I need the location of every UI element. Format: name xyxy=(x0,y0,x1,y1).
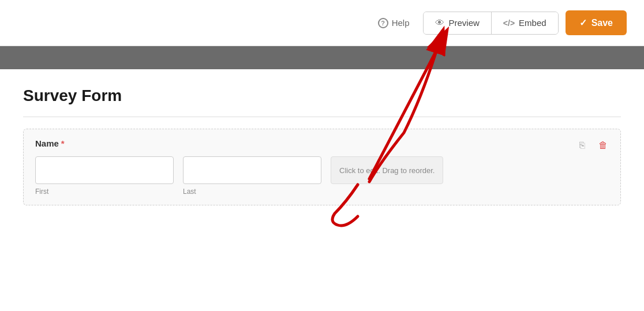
name-field-card: Name * ⎘ 🗑 First Last Click to edit. Dra… xyxy=(23,129,621,205)
field-label: Name * xyxy=(35,138,609,148)
check-icon: ✓ xyxy=(579,17,587,28)
click-to-edit-helper[interactable]: Click to edit. Drag to reorder. xyxy=(331,156,443,184)
embed-button[interactable]: </> Embed xyxy=(492,12,558,34)
copy-icon[interactable]: ⎘ xyxy=(574,137,590,153)
form-divider xyxy=(23,117,621,117)
top-bar: ? Help 👁 Preview </> Embed ✓ Save xyxy=(0,0,644,46)
help-label: Help xyxy=(392,18,410,28)
helper-text: Click to edit. Drag to reorder. xyxy=(339,166,435,175)
gray-bar xyxy=(0,46,644,69)
embed-label: Embed xyxy=(519,18,546,28)
eye-icon: 👁 xyxy=(435,18,444,28)
first-name-input[interactable] xyxy=(35,156,174,184)
form-canvas: Survey Form Name * ⎘ 🗑 First Last xyxy=(0,69,644,311)
main-content: Survey Form Name * ⎘ 🗑 First Last xyxy=(0,69,644,311)
name-fields-row: First Last Click to edit. Drag to reorde… xyxy=(35,156,609,196)
save-label: Save xyxy=(591,18,613,28)
preview-button[interactable]: 👁 Preview xyxy=(424,12,491,34)
last-name-label: Last xyxy=(183,188,321,196)
help-button[interactable]: ? Help xyxy=(371,13,417,33)
field-actions: ⎘ 🗑 xyxy=(574,137,611,153)
field-label-text: Name xyxy=(35,138,59,148)
last-name-input[interactable] xyxy=(183,156,321,184)
code-icon: </> xyxy=(503,18,515,28)
save-button[interactable]: ✓ Save xyxy=(566,10,627,35)
preview-embed-group: 👁 Preview </> Embed xyxy=(423,12,558,35)
form-title: Survey Form xyxy=(23,87,621,105)
help-icon: ? xyxy=(378,18,388,28)
required-star: * xyxy=(61,138,65,148)
last-name-group: Last xyxy=(183,156,321,196)
first-name-label: First xyxy=(35,188,174,196)
preview-label: Preview xyxy=(448,18,479,28)
trash-icon[interactable]: 🗑 xyxy=(595,137,611,153)
first-name-group: First xyxy=(35,156,174,196)
